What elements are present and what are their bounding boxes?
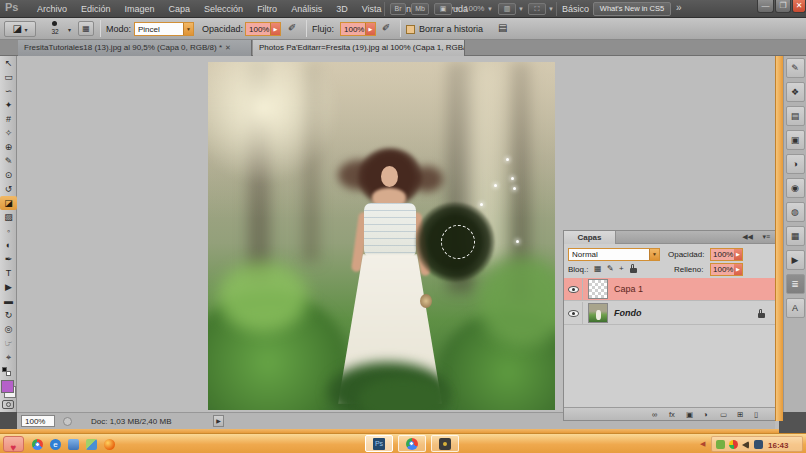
- styles-panel-icon[interactable]: ▣: [786, 130, 805, 150]
- layer-thumbnail[interactable]: [588, 303, 608, 323]
- opacity-slider-icon[interactable]: ▶: [270, 23, 280, 35]
- status-options-icon[interactable]: ▶: [213, 415, 224, 427]
- visibility-toggle[interactable]: [564, 278, 583, 301]
- flow-field[interactable]: 100% ▶: [340, 22, 376, 36]
- start-button[interactable]: ♥: [3, 436, 24, 452]
- toggle-brush-panel-button[interactable]: ▦: [78, 21, 94, 36]
- blur-tool[interactable]: ◦: [0, 224, 17, 238]
- adjustments-panel-icon[interactable]: ◑: [786, 154, 805, 174]
- spot-healing-tool[interactable]: ⊕: [0, 140, 17, 154]
- airbrush-flow-icon[interactable]: ✐: [382, 22, 390, 33]
- adjustment-layer-icon[interactable]: ◑: [703, 410, 708, 419]
- blend-mode-select[interactable]: Normal ▼: [568, 248, 660, 261]
- quick-mask-button[interactable]: [2, 400, 14, 409]
- screen-mode-button[interactable]: ⛶: [528, 3, 546, 15]
- lock-position-icon[interactable]: +: [619, 264, 624, 273]
- close-button[interactable]: ✕: [792, 0, 806, 13]
- menu-3d[interactable]: 3D: [329, 0, 355, 18]
- workspace-overflow-button[interactable]: »: [676, 2, 682, 13]
- 3d-rotate-tool[interactable]: ↻: [0, 308, 17, 322]
- ie-quicklaunch-icon[interactable]: e: [50, 439, 61, 450]
- arrange-documents-button[interactable]: ▥: [498, 3, 516, 15]
- new-layer-icon[interactable]: ⊞: [737, 410, 743, 419]
- gradient-tool[interactable]: ▨: [0, 210, 17, 224]
- rectangular-marquee-tool[interactable]: ▭: [0, 70, 17, 84]
- workspace-basico-button[interactable]: Básico: [562, 4, 589, 14]
- foreground-color-swatch[interactable]: [1, 380, 14, 393]
- collapse-panel-icon[interactable]: ◀◀: [742, 233, 753, 241]
- layer-name[interactable]: Capa 1: [614, 284, 643, 294]
- layer-group-icon[interactable]: ▭: [720, 410, 727, 419]
- delete-layer-icon[interactable]: ▯: [754, 410, 758, 419]
- brush-size-picker[interactable]: 32: [44, 20, 66, 38]
- network-icon[interactable]: [754, 440, 763, 449]
- color-panel-icon[interactable]: ❖: [786, 82, 805, 102]
- brush-cursor-outline[interactable]: [441, 225, 475, 259]
- menu-imagen[interactable]: Imagen: [118, 0, 162, 18]
- erase-to-history-checkbox[interactable]: [406, 25, 415, 34]
- document-tab-1[interactable]: FresitaTutoriales18 (13).jpg al 90,5% (C…: [18, 40, 252, 56]
- character-panel-icon[interactable]: A: [786, 298, 805, 318]
- path-selection-tool[interactable]: ▶: [0, 280, 17, 294]
- layer-row-capa-1[interactable]: Capa 1: [564, 278, 775, 301]
- move-tool[interactable]: ↖: [0, 56, 17, 70]
- 3d-orbit-tool[interactable]: ◎: [0, 322, 17, 336]
- launch-bridge-button[interactable]: Br: [390, 3, 406, 15]
- layers-fill-slider-icon[interactable]: ▶: [734, 264, 742, 275]
- tab-1-close-icon[interactable]: ✕: [225, 44, 231, 51]
- default-colors-icon[interactable]: [2, 367, 12, 376]
- toggle-brush-presets-icon[interactable]: ▤: [498, 22, 507, 33]
- dodge-tool[interactable]: ◐: [0, 238, 17, 252]
- layers-tab[interactable]: Capas: [564, 231, 616, 244]
- photoshop-task-button[interactable]: Ps: [365, 435, 393, 452]
- screen-mode-dropdown-icon[interactable]: ▼: [548, 6, 554, 12]
- panel-menu-icon[interactable]: ▾≡: [762, 233, 770, 241]
- chrome-task-button[interactable]: [398, 435, 426, 452]
- menu-filtro[interactable]: Filtro: [250, 0, 284, 18]
- document-tab-2[interactable]: Photos Pa'Editarr=Fresita (19).jpg al 10…: [253, 40, 465, 56]
- zoom-level-field[interactable]: 100%: [464, 4, 484, 13]
- zoom-tool[interactable]: ⌖: [0, 350, 17, 364]
- history-brush-tool[interactable]: ↺: [0, 182, 17, 196]
- hand-tool[interactable]: ☞: [0, 336, 17, 350]
- eyedropper-tool[interactable]: ✧: [0, 126, 17, 140]
- pictures-quicklaunch-icon[interactable]: [86, 439, 97, 450]
- flow-slider-icon[interactable]: ▶: [365, 23, 375, 35]
- menu-seleccion[interactable]: Selección: [197, 0, 250, 18]
- zoom-dropdown-icon[interactable]: ▼: [487, 6, 493, 12]
- masks-panel-icon[interactable]: ◉: [786, 178, 805, 198]
- mode-dropdown-icon[interactable]: ▼: [183, 23, 193, 35]
- brush-dropdown-icon[interactable]: ▾: [68, 26, 71, 33]
- window-resize-corner[interactable]: [779, 412, 806, 433]
- layer-mask-icon[interactable]: ▣: [686, 410, 693, 419]
- lock-transparency-icon[interactable]: ▦: [594, 264, 602, 273]
- opacity-field[interactable]: 100% ▶: [245, 22, 281, 36]
- photo-document[interactable]: [208, 62, 555, 410]
- lock-paint-icon[interactable]: ✎: [607, 264, 614, 273]
- arrange-dropdown-icon[interactable]: ▼: [518, 6, 524, 12]
- brush-panel-icon[interactable]: ✎: [786, 58, 805, 78]
- type-tool[interactable]: T: [0, 266, 17, 280]
- launch-mini-bridge-button[interactable]: Mb: [411, 3, 429, 15]
- clone-stamp-tool[interactable]: ⊙: [0, 168, 17, 182]
- layer-name[interactable]: Fondo: [614, 308, 642, 318]
- speaker-icon[interactable]: [742, 441, 749, 449]
- layers-fill-field[interactable]: 100% ▶: [710, 263, 743, 276]
- brush-tool[interactable]: ✎: [0, 154, 17, 168]
- whats-new-cs5-button[interactable]: What's New in CS5: [593, 2, 671, 16]
- minimize-button[interactable]: —: [757, 0, 774, 13]
- status-zoom-field[interactable]: 100%: [21, 415, 55, 427]
- rectangle-shape-tool[interactable]: ▬: [0, 294, 17, 308]
- airbrush-opacity-icon[interactable]: ✐: [288, 22, 296, 33]
- eraser-tool[interactable]: ◪: [0, 196, 17, 210]
- menu-analisis[interactable]: Análisis: [284, 0, 329, 18]
- recorder-task-button[interactable]: [431, 435, 459, 452]
- actions-panel-icon[interactable]: ▶: [786, 250, 805, 270]
- 3d-panel-icon[interactable]: ◍: [786, 202, 805, 222]
- menu-archivo[interactable]: Archivo: [30, 0, 74, 18]
- link-layers-icon[interactable]: ∞: [652, 410, 657, 419]
- pen-tool[interactable]: ✒: [0, 252, 17, 266]
- mode-select[interactable]: Pincel ▼: [134, 22, 194, 36]
- quick-selection-tool[interactable]: ✦: [0, 98, 17, 112]
- eraser-tool-preset-button[interactable]: ◪ ▾: [4, 21, 36, 37]
